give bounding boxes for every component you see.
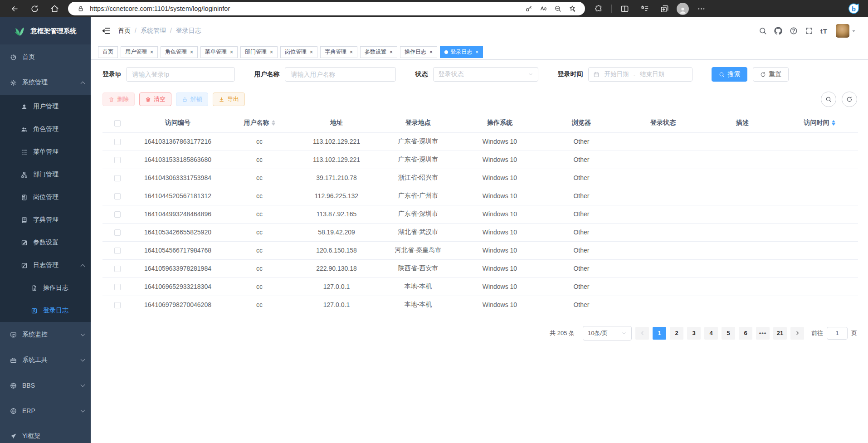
- sidebar-item[interactable]: 参数设置: [0, 231, 91, 254]
- close-icon[interactable]: ×: [350, 49, 353, 55]
- row-checkbox[interactable]: [114, 157, 121, 163]
- row-checkbox[interactable]: [114, 248, 121, 254]
- sidebar-item[interactable]: 用户管理: [0, 95, 91, 118]
- close-icon[interactable]: ×: [150, 49, 153, 55]
- search-button[interactable]: 搜索: [712, 67, 747, 82]
- github-icon[interactable]: [774, 27, 782, 35]
- sidebar-item[interactable]: 系统工具: [0, 347, 91, 373]
- row-checkbox[interactable]: [114, 266, 121, 272]
- table-row[interactable]: 1641069798270046208 cc 127.0.0.1 本地-本机 W…: [102, 296, 858, 314]
- home-icon[interactable]: [47, 1, 62, 16]
- page-button[interactable]: 3: [687, 327, 701, 340]
- close-icon[interactable]: ×: [429, 49, 433, 55]
- close-icon[interactable]: ×: [310, 49, 313, 55]
- unlock-button[interactable]: 解锁: [176, 92, 208, 106]
- table-row[interactable]: 1641059633978281984 cc 222.90.130.18 陕西省…: [102, 259, 858, 277]
- tab[interactable]: 字典管理 ×: [320, 46, 357, 58]
- sidebar-item[interactable]: Yi框架: [0, 424, 91, 443]
- sidebar-item[interactable]: 登录日志: [0, 299, 91, 322]
- sidebar-item[interactable]: 菜单管理: [0, 141, 91, 163]
- login-ip-input[interactable]: [126, 67, 235, 82]
- tab[interactable]: 岗位管理 ×: [280, 46, 317, 58]
- tab[interactable]: 用户管理 ×: [121, 46, 158, 58]
- sort-icons[interactable]: [272, 120, 275, 126]
- table-row[interactable]: 1641044993248464896 cc 113.87.92.165 广东省…: [102, 205, 858, 223]
- zoom-out-icon[interactable]: [554, 5, 561, 12]
- caret-down-icon[interactable]: [851, 29, 856, 34]
- favorites-icon[interactable]: [637, 1, 652, 16]
- breadcrumb-item[interactable]: 登录日志: [166, 27, 201, 35]
- browser-profile-avatar[interactable]: [677, 3, 689, 15]
- page-button[interactable]: 6: [739, 327, 752, 340]
- table-row[interactable]: 1641044520567181312 cc 112.96.225.132 广东…: [102, 187, 858, 205]
- search-icon[interactable]: [759, 27, 767, 35]
- page-button[interactable]: 21: [773, 327, 787, 340]
- table-row[interactable]: 1641069652933218304 cc 127.0.0.1 本地-本机 W…: [102, 277, 858, 296]
- sidebar-item[interactable]: 字典管理: [0, 209, 91, 231]
- sort-icons[interactable]: [832, 120, 835, 126]
- tab[interactable]: 参数设置 ×: [360, 46, 397, 58]
- extensions-icon[interactable]: [591, 1, 606, 16]
- url-text[interactable]: https://ccnetcore.com:1101/system/log/lo…: [90, 5, 230, 12]
- lock-icon[interactable]: [77, 5, 84, 12]
- user-avatar[interactable]: [836, 24, 849, 38]
- address-bar[interactable]: https://ccnetcore.com:1101/system/log/lo…: [68, 2, 585, 15]
- toggle-search-button[interactable]: [821, 92, 836, 107]
- close-icon[interactable]: ×: [475, 49, 478, 55]
- close-icon[interactable]: ×: [390, 49, 393, 55]
- page-button[interactable]: •••: [756, 327, 770, 340]
- clear-button[interactable]: 清空: [139, 92, 171, 106]
- password-key-icon[interactable]: [525, 5, 532, 12]
- page-button[interactable]: 2: [670, 327, 683, 340]
- page-button[interactable]: 4: [704, 327, 718, 340]
- row-checkbox[interactable]: [114, 211, 121, 218]
- sidebar-item[interactable]: 操作日志: [0, 277, 91, 299]
- reset-button[interactable]: 重置: [753, 67, 789, 82]
- sidebar-item[interactable]: 岗位管理: [0, 186, 91, 209]
- sidebar-item[interactable]: 系统监控: [0, 322, 91, 347]
- sidebar-item[interactable]: BBS: [0, 373, 91, 398]
- export-button[interactable]: 导出: [213, 92, 245, 106]
- table-row[interactable]: 1641031367863177216 cc 113.102.129.221 广…: [102, 132, 858, 151]
- favorite-add-icon[interactable]: [569, 5, 576, 12]
- back-icon[interactable]: [7, 1, 22, 16]
- tab[interactable]: 首页 ×: [98, 46, 118, 58]
- row-checkbox[interactable]: [114, 175, 121, 181]
- row-checkbox[interactable]: [114, 302, 121, 308]
- table-row[interactable]: 1641043063331753984 cc 39.171.210.78 浙江省…: [102, 169, 858, 187]
- delete-button[interactable]: 删除: [102, 92, 135, 106]
- row-checkbox[interactable]: [114, 193, 121, 200]
- next-page-button[interactable]: [790, 327, 804, 340]
- table-row[interactable]: 1641031533185863680 cc 113.102.129.221 广…: [102, 151, 858, 169]
- tab[interactable]: 部门管理 ×: [240, 46, 278, 58]
- sidebar-item[interactable]: 部门管理: [0, 163, 91, 186]
- refresh-table-button[interactable]: [842, 92, 857, 107]
- collections-icon[interactable]: [657, 1, 672, 16]
- table-row[interactable]: 1641053426655825920 cc 58.19.42.209 湖北省-…: [102, 223, 858, 241]
- user-name-input[interactable]: [285, 67, 396, 82]
- read-aloud-icon[interactable]: [540, 5, 547, 12]
- select-all-checkbox[interactable]: [114, 120, 121, 127]
- tab[interactable]: 操作日志 ×: [400, 46, 437, 58]
- fullscreen-icon[interactable]: [805, 27, 813, 35]
- table-row[interactable]: 1641054566717984768 cc 120.6.150.158 河北省…: [102, 241, 858, 259]
- column-header-user-name[interactable]: 用户名称: [223, 113, 296, 132]
- tab[interactable]: 登录日志 ×: [440, 46, 483, 58]
- bing-chat-icon[interactable]: b: [846, 1, 861, 16]
- split-screen-icon[interactable]: [617, 1, 632, 16]
- sidebar-item[interactable]: 日志管理: [0, 254, 91, 277]
- sidebar-item[interactable]: 角色管理: [0, 118, 91, 141]
- status-select[interactable]: 登录状态: [433, 67, 538, 82]
- close-icon[interactable]: ×: [230, 49, 233, 55]
- page-button[interactable]: 1: [653, 327, 666, 340]
- help-icon[interactable]: [790, 27, 798, 35]
- tab[interactable]: 菜单管理 ×: [200, 46, 238, 58]
- page-button[interactable]: 5: [722, 327, 735, 340]
- sidebar-item[interactable]: ERP: [0, 398, 91, 424]
- close-icon[interactable]: ×: [190, 49, 193, 55]
- font-size-icon[interactable]: tT: [820, 27, 828, 35]
- date-range-picker[interactable]: 开始日期 - 结束日期: [588, 67, 692, 82]
- close-icon[interactable]: ×: [270, 49, 273, 55]
- sidebar-item[interactable]: 系统管理: [0, 70, 91, 95]
- tab[interactable]: 角色管理 ×: [161, 46, 198, 58]
